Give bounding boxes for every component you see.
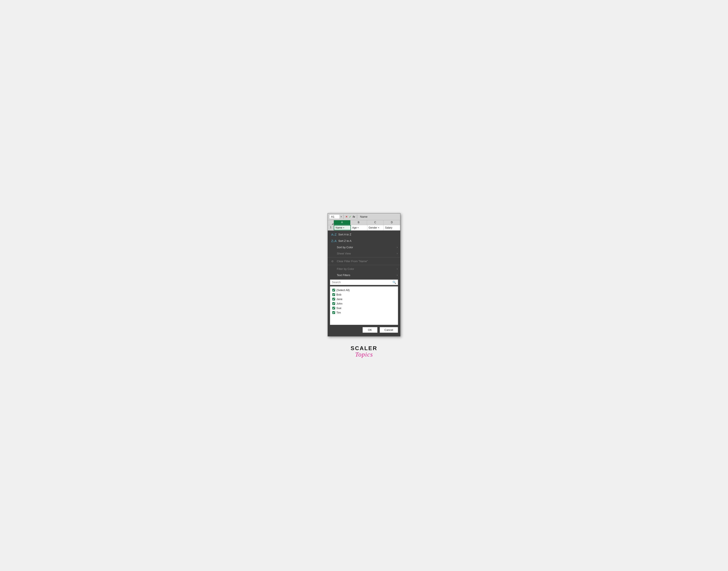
filter-checklist: (Select All) Bob Jane John Sue	[330, 287, 398, 325]
column-headers: A B C D	[328, 220, 400, 225]
col-header-d[interactable]: D	[384, 220, 400, 225]
menu-label-clear-filter: Clear Filter From "Name"	[337, 260, 368, 263]
cell-b1[interactable]: Age ▾	[351, 225, 368, 230]
formula-bar: A1 ▾ ✕ ✓ fx Name	[328, 213, 400, 220]
formula-icons: ✕ ✓ fx	[345, 215, 355, 218]
excel-panel: A1 ▾ ✕ ✓ fx Name A B C D 1	[328, 213, 400, 336]
cell-d1-value: Salary	[385, 226, 392, 229]
menu-label-filter-color: Filter by Color	[337, 267, 354, 270]
col-header-b[interactable]: B	[350, 220, 367, 225]
checklist-item-tim[interactable]: Tim	[331, 310, 397, 315]
cell-c1-value: Gender	[369, 226, 377, 229]
cell-ref-chevron[interactable]: ▾	[341, 216, 342, 218]
cell-c1[interactable]: Gender ▾	[368, 225, 384, 230]
ok-button[interactable]: OK	[362, 327, 378, 333]
fx-icon[interactable]: fx	[353, 215, 355, 218]
cell-a1[interactable]: Name ▾	[334, 225, 351, 230]
checkbox-jane[interactable]	[332, 298, 335, 301]
confirm-formula-icon[interactable]: ✓	[349, 215, 351, 218]
menu-item-text-filters[interactable]: Text Filters ›	[328, 272, 400, 278]
page-wrapper: A1 ▾ ✕ ✓ fx Name A B C D 1	[323, 200, 405, 371]
checklist-label-john: John	[336, 302, 342, 305]
clear-filter-icon: ⊘	[331, 260, 335, 263]
checkbox-john[interactable]	[332, 302, 335, 305]
filter-color-arrow: ›	[397, 267, 398, 270]
logo-topics-text: Topics	[355, 351, 373, 358]
menu-label-text-filters: Text Filters	[337, 273, 350, 277]
search-icon: 🔍	[393, 280, 396, 284]
filter-arrow-a1[interactable]: ▾	[343, 227, 344, 229]
text-filters-arrow: ›	[397, 274, 398, 276]
formula-separator-1	[343, 214, 344, 219]
menu-item-filter-color[interactable]: Filter by Color ›	[328, 266, 400, 272]
menu-item-sheet-view: Sheet View ›	[328, 250, 400, 257]
sort-az-icon: A↓Z	[331, 233, 337, 236]
checklist-item-bob[interactable]: Bob	[331, 292, 397, 297]
search-input[interactable]	[332, 280, 393, 284]
spreadsheet-row-1: 1 Name ▾ Age ▾ Gender ▾ Salary	[328, 225, 400, 230]
menu-label-sort-color: Sort by Color	[337, 246, 353, 249]
cell-ref-value: A1	[329, 214, 340, 219]
corner-cell	[328, 220, 334, 225]
filter-arrow-b1[interactable]: ▾	[357, 227, 358, 229]
sort-color-arrow: ›	[397, 246, 398, 248]
button-row: OK Cancel	[328, 325, 400, 335]
menu-label-sort-az: Sort A to Z	[338, 233, 351, 236]
search-area: 🔍	[328, 278, 400, 287]
cell-b1-value: Age	[352, 226, 357, 229]
sort-za-icon: Z↓A	[331, 239, 337, 243]
filter-dropdown-menu: A↓Z Sort A to Z Z↓A Sort Z to A Sort by …	[328, 230, 400, 336]
menu-label-sort-za: Sort Z to A	[338, 239, 351, 242]
checklist-item-select-all[interactable]: (Select All)	[331, 288, 397, 292]
corner-triangle	[332, 223, 333, 225]
filter-arrow-c1[interactable]: ▾	[378, 227, 379, 229]
checklist-label-select-all: (Select All)	[336, 289, 350, 292]
checklist-label-tim: Tim	[336, 311, 341, 314]
checkbox-bob[interactable]	[332, 293, 335, 296]
menu-item-sort-za[interactable]: Z↓A Sort Z to A	[328, 238, 400, 244]
menu-item-sort-az[interactable]: A↓Z Sort A to Z	[328, 231, 400, 238]
cell-d1[interactable]: Salary	[384, 225, 400, 230]
checkbox-select-all[interactable]	[332, 289, 335, 292]
formula-content: Name	[359, 215, 399, 218]
cancel-formula-icon[interactable]: ✕	[345, 215, 348, 218]
checklist-item-john[interactable]: John	[331, 301, 397, 306]
menu-label-sheet-view: Sheet View	[337, 252, 351, 255]
logo-area: SCALER Topics	[351, 345, 378, 358]
menu-separator-1	[328, 257, 400, 257]
checklist-label-bob: Bob	[336, 293, 341, 296]
checkbox-sue[interactable]	[332, 307, 335, 310]
checklist-label-jane: Jane	[336, 298, 342, 301]
sheet-view-arrow: ›	[397, 252, 398, 255]
col-header-a[interactable]: A	[334, 220, 350, 225]
checklist-item-sue[interactable]: Sue	[331, 306, 397, 310]
row-num-1: 1	[328, 225, 334, 230]
checklist-label-sue: Sue	[336, 307, 341, 310]
menu-item-clear-filter[interactable]: ⊘ Clear Filter From "Name"	[328, 258, 400, 264]
cancel-button[interactable]: Cancel	[380, 327, 398, 333]
menu-item-sort-color[interactable]: Sort by Color ›	[328, 244, 400, 250]
checklist-item-jane[interactable]: Jane	[331, 297, 397, 301]
search-box[interactable]: 🔍	[330, 279, 398, 285]
formula-separator-2	[357, 214, 357, 219]
cell-reference-box: A1 ▾	[329, 214, 342, 219]
col-header-c[interactable]: C	[367, 220, 384, 225]
cell-a1-value: Name	[335, 226, 342, 229]
checkbox-tim[interactable]	[332, 311, 335, 314]
